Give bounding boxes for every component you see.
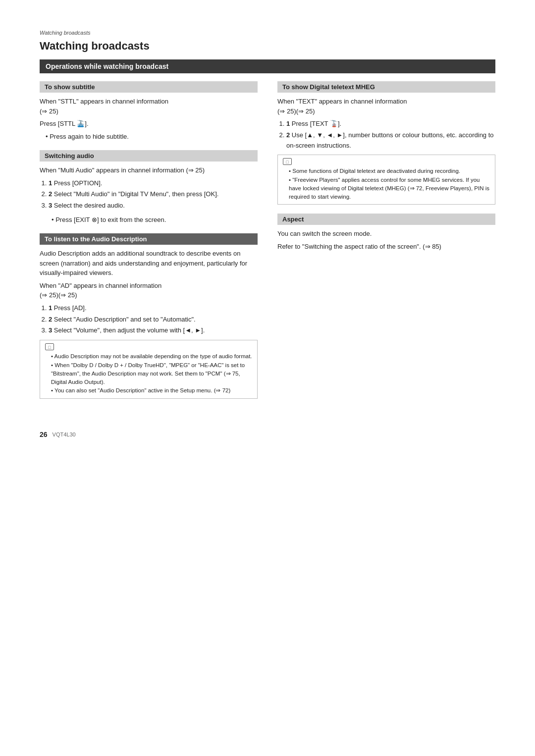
audio-description-section: To listen to the Audio Description Audio…	[40, 233, 258, 398]
switching-audio-section: Switching audio When "Multi Audio" appea…	[40, 150, 258, 224]
ad-note2: When "Dolby D / Dolby D + / Dolby TrueHD…	[51, 361, 252, 387]
footer: 26 VQT4L30	[40, 428, 495, 438]
teletext-note1: Some functions of Digital teletext are d…	[289, 167, 490, 175]
page-title: Watching broadcasts	[40, 40, 495, 53]
main-section-header: Operations while watching broadcast	[40, 59, 495, 73]
teletext-step2: 2 Use [▲, ▼, ◄, ►], number buttons or co…	[286, 130, 495, 151]
ad-note3: You can also set "Audio Description" act…	[51, 386, 252, 395]
switching-audio-step1: 1 Press [OPTION].	[49, 178, 258, 189]
ad-step1: 1 Press [AD].	[49, 303, 258, 314]
subtitle-bullet1: Press again to hide subtitle.	[46, 132, 258, 142]
aspect-para2: Refer to "Switching the aspect ratio of …	[277, 242, 495, 252]
left-column: To show subtitle When "STTL" appears in …	[40, 79, 258, 408]
subtitle-section: To show subtitle When "STTL" appears in …	[40, 81, 258, 141]
teletext-para1: When "TEXT" appears in channel informati…	[277, 97, 495, 116]
footer-code: VQT4L30	[53, 432, 76, 437]
audio-description-steps: 1 Press [AD]. 2 Select "Audio Descriptio…	[40, 303, 258, 336]
right-column: To show Digital teletext MHEG When "TEXT…	[277, 79, 495, 408]
audio-description-notes: □ Audio Description may not be available…	[40, 340, 258, 398]
teletext-section: To show Digital teletext MHEG When "TEXT…	[277, 81, 495, 205]
note-icon-2: □	[283, 158, 292, 165]
ad-step2: 2 Select "Audio Description" and set to …	[49, 315, 258, 325]
aspect-para1: You can switch the screen mode.	[277, 229, 495, 239]
teletext-notes: □ Some functions of Digital teletext are…	[277, 155, 495, 205]
aspect-header: Aspect	[277, 214, 495, 225]
switching-audio-header: Switching audio	[40, 150, 258, 162]
audio-description-para2: When "AD" appears in channel information…	[40, 281, 258, 300]
teletext-step1: 1 Press [TEXT 🚡].	[286, 119, 495, 129]
ad-note1: Audio Description may not be available d…	[51, 352, 252, 361]
switching-audio-subbullet: Press [EXIT ⊗] to exit from the screen.	[52, 215, 258, 225]
two-column-layout: To show subtitle When "STTL" appears in …	[40, 79, 495, 408]
aspect-section: Aspect You can switch the screen mode. R…	[277, 214, 495, 251]
switching-audio-step3: 3 Select the desired audio.	[49, 201, 258, 211]
subtitle-header: To show subtitle	[40, 81, 258, 93]
subtitle-para2: Press [STTL 🚠].	[40, 119, 258, 129]
note-icon: □	[45, 343, 54, 350]
page-number: 26	[40, 431, 48, 438]
subtitle-para1: When "STTL" appears in channel informati…	[40, 97, 258, 116]
breadcrumb: Watching broadcasts	[40, 30, 495, 36]
ad-step3: 3 Select "Volume", then adjust the volum…	[49, 325, 258, 336]
switching-audio-steps: 1 Press [OPTION]. 2 Select "Multi Audio"…	[40, 178, 258, 211]
switching-audio-para1: When "Multi Audio" appears in channel in…	[40, 165, 258, 175]
teletext-note2: "Freeview Players" applies access contro…	[289, 176, 490, 202]
switching-audio-step2: 2 Select "Multi Audio" in "Digital TV Me…	[49, 189, 258, 200]
teletext-header: To show Digital teletext MHEG	[277, 81, 495, 93]
teletext-steps: 1 Press [TEXT 🚡]. 2 Use [▲, ▼, ◄, ►], nu…	[277, 119, 495, 151]
audio-description-header: To listen to the Audio Description	[40, 233, 258, 245]
audio-description-para1: Audio Description adds an additional sou…	[40, 249, 258, 278]
